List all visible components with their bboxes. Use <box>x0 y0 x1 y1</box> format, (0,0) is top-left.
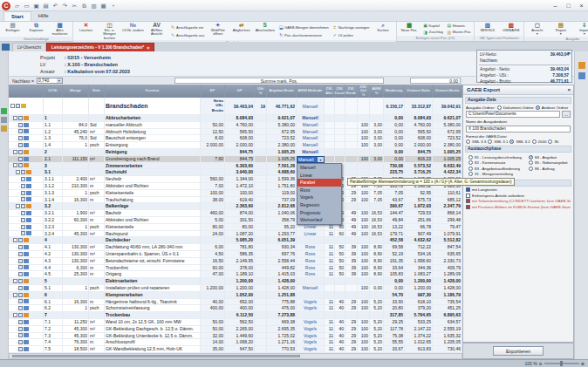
dropdown-item-progressiv[interactable]: Progressiv <box>297 209 341 217</box>
row-checkbox[interactable] <box>18 333 23 337</box>
ribbon-button[interactable]: ▤Hinweis <box>447 23 472 28</box>
table-row[interactable]: –7.476,300mAnschlussprofil14,001.068,201… <box>9 339 462 346</box>
undo-icon[interactable]: ↶ <box>51 2 59 10</box>
navigator-icon[interactable] <box>1 108 7 114</box>
column-header[interactable]: AWM-Methode <box>297 85 325 98</box>
table-row[interactable]: -6Klempnerarbeiten1.052,001.251,8854,709… <box>9 292 462 299</box>
ribbon-button[interactable]: ↻Pos. durchnummerieren <box>278 32 328 37</box>
ribbon-button[interactable]: ▤Einfügen <box>1 22 24 37</box>
row-checkbox[interactable] <box>18 252 23 256</box>
table-row[interactable]: –3.1.416,300mTraufschalung38,00619,40737… <box>9 197 462 204</box>
table-row[interactable]: –4.2130,300m²Unterspannbahn ü. Sparren, … <box>9 251 462 258</box>
sum-marked-positions-field[interactable]: Summe mark. Pos. <box>174 78 384 84</box>
row-checkbox[interactable] <box>21 225 25 229</box>
column-header[interactable]: Kurztext <box>105 85 201 98</box>
print-icon[interactable]: ▦ <box>99 2 107 10</box>
row-checkbox[interactable] <box>18 143 23 147</box>
phase-radio[interactable] <box>468 160 473 165</box>
dropdown-item-linear[interactable]: Linear <box>297 172 341 180</box>
output-path-input[interactable]: C:\Users\Peter\Documents <box>466 111 560 118</box>
dropdown-item-manuell[interactable]: Manuell <box>297 164 341 172</box>
row-checkbox[interactable] <box>18 163 23 167</box>
table-row[interactable]: –7.245,300m²GK-Bekleidung Dachgesch. b. … <box>9 326 462 333</box>
copy-icon[interactable]: ⧉ <box>80 2 88 10</box>
row-checkbox[interactable] <box>18 129 23 133</box>
table-row[interactable]: -4Dachdecker5.085,206.051,39452,584.632,… <box>9 237 462 244</box>
table-row[interactable]: -3.1Dachstuhl3.940,004.688,60223,753.716… <box>9 169 462 176</box>
row-checkbox[interactable] <box>18 238 23 242</box>
ribbon-button[interactable]: ▣Kapitel <box>423 23 443 28</box>
table-row[interactable]: –7.518,500m²GK-Wandbekleidung 12,5 mm, H… <box>9 346 462 353</box>
row-checkbox[interactable] <box>21 170 25 174</box>
ribbon-button[interactable]: ✎Anschlagzeile aus <box>170 32 204 37</box>
column-header[interactable]: Menge <box>63 85 89 98</box>
close-icon[interactable]: × <box>147 45 149 51</box>
table-row[interactable]: –4.46,300mTrockenfirst60,00378,00449,82R… <box>9 265 462 272</box>
row-checkbox[interactable] <box>18 123 23 127</box>
row-checkbox[interactable] <box>18 293 23 297</box>
row-checkbox[interactable] <box>18 320 23 324</box>
ribbon-button[interactable]: ▦Neue Pos. <box>398 22 421 36</box>
ribbon-button[interactable]: ✓LV prüfen <box>332 32 370 37</box>
open-icon[interactable]: ▭ <box>23 2 31 10</box>
phase-radio[interactable] <box>529 160 533 165</box>
phase-radio[interactable] <box>468 155 473 160</box>
table-row[interactable]: –1.41pschEntsorgung2.000,002.000,002.380… <box>9 142 462 149</box>
table-row[interactable]: –1.184,0Stdmanueller Abbruch50,004.760,0… <box>9 122 462 129</box>
expand-icon[interactable]: - <box>13 238 17 242</box>
row-checkbox[interactable] <box>21 231 25 235</box>
column-header[interactable]: USt % <box>255 85 267 98</box>
ribbon-button[interactable]: ±Nachträge anzeigen <box>332 24 370 30</box>
format-radio[interactable] <box>488 139 492 144</box>
ribbon-button[interactable]: ▥Muster-Pos. <box>447 30 472 35</box>
ribbon-button[interactable]: ✦WebPilot öffnen <box>206 22 229 40</box>
minimize-button[interactable]: – <box>549 1 562 10</box>
expand-icon[interactable]: - <box>16 204 20 208</box>
table-row[interactable]: –6.21pschSchornsteineinfassung400,00400,… <box>9 305 462 312</box>
chevron-down-icon[interactable]: ▾ <box>57 78 62 83</box>
folder-radio[interactable] <box>497 105 502 110</box>
table-row[interactable]: –1.245,240m²Abbruch Holzdielung12,50565,… <box>9 129 462 136</box>
summary-close-icon[interactable]: × <box>567 51 571 56</box>
properties-tab-icon[interactable] <box>578 62 585 69</box>
table-row[interactable]: -2Reinigung844,751.005,25Manuell0,00844,… <box>9 149 462 156</box>
row-checkbox[interactable] <box>18 265 23 269</box>
table-row[interactable]: –1.376,0StdBauschutt entsorgen8,00608,00… <box>9 135 462 142</box>
option-checkbox[interactable] <box>466 194 470 198</box>
ribbon-button[interactable]: ▨UM/BA/KB <box>499 22 523 36</box>
ribbon-button[interactable]: №LV-Nr. ändern <box>121 22 145 40</box>
row-checkbox[interactable] <box>21 197 25 201</box>
document-tab[interactable]: LV-Übersicht <box>12 43 46 51</box>
column-header[interactable]: Minderung <box>384 85 405 98</box>
row-checkbox[interactable] <box>18 272 23 276</box>
phase-radio[interactable] <box>468 172 473 176</box>
catalog-tab-icon[interactable] <box>578 72 585 79</box>
ribbon-button[interactable]: ▧SER/SLK <box>475 22 499 36</box>
table-row[interactable]: –3.2.445,300m²Rauhspund24,001.087,201.29… <box>9 231 462 238</box>
browse-button[interactable]: ... <box>562 111 571 118</box>
row-checkbox[interactable] <box>18 286 23 290</box>
table-row[interactable]: -1Abbrucharbeiten8.084,939.621,07Manuell… <box>9 115 462 122</box>
expand-icon[interactable]: - <box>13 116 17 120</box>
filter-icon[interactable] <box>1 126 7 132</box>
ribbon-button[interactable]: ⇄Abgleichen <box>229 22 253 40</box>
zoom-out-icon[interactable]: ⊖ <box>539 361 543 366</box>
row-checkbox[interactable] <box>18 157 23 161</box>
option-checkbox[interactable] <box>466 187 470 192</box>
clock-icon[interactable] <box>1 117 7 123</box>
ribbon-button[interactable]: ◫Ein- u. Mengen buchen <box>98 22 121 40</box>
row-checkbox[interactable] <box>18 313 23 317</box>
table-row[interactable]: –3.2.11,900m³Bauholz460,00874,001.040,06… <box>9 210 462 217</box>
ribbon-button[interactable]: ✎Anschlagzeile ein <box>170 24 204 30</box>
dropdown-item-parabel[interactable]: Parabel <box>297 179 341 187</box>
document-tab[interactable]: Leistungsverzeichnis - V 1.100 Brandscha… <box>46 43 154 51</box>
table-row[interactable]: –4.1130,300m²Dachlattung 40/60 mm, LA 28… <box>9 244 462 251</box>
nachlass-combobox[interactable]: 0,740 ▾ <box>37 78 63 84</box>
expand-icon[interactable]: - <box>13 150 17 154</box>
table-row[interactable]: –7.111,250m²Wand 10 cm, 2x 12,5 GK, 100 … <box>9 319 462 326</box>
maximize-button[interactable]: □ <box>562 1 575 10</box>
row-checkbox[interactable] <box>18 327 23 331</box>
row-checkbox[interactable] <box>21 211 25 215</box>
paste-icon[interactable]: ▥ <box>90 2 98 10</box>
row-checkbox[interactable] <box>18 347 23 351</box>
